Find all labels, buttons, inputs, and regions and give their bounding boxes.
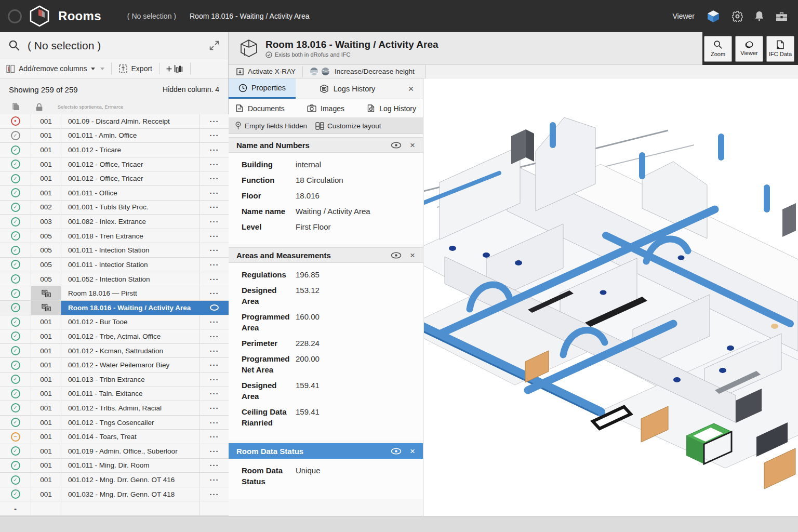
room-list-row[interactable]: ✓ 005 001.011 - Intection Station ··· [0, 243, 229, 258]
row-menu-icon[interactable]: ··· [210, 432, 219, 441]
row-menu-icon[interactable]: ··· [210, 475, 219, 484]
room-list-row[interactable]: ✓ 001 001.012 - Kcman, Sattrudation ··· [0, 344, 229, 358]
tab-documents[interactable]: Documents [235, 104, 285, 113]
room-list-row[interactable]: ✓ 002 001.001 - Tubls Bity Proc. ··· [0, 201, 229, 215]
tab-logs-history[interactable]: Logs History [296, 78, 399, 99]
apps-toolbox-icon[interactable] [776, 11, 788, 21]
row-menu-icon[interactable]: ··· [210, 117, 219, 126]
room-list-row[interactable]: ● 001 001.09 - Discard Almin. Recceipt ·… [0, 114, 229, 129]
app-logo-icon[interactable] [30, 5, 49, 27]
zoom-button[interactable]: Zoom [704, 36, 732, 62]
lock-icon[interactable] [35, 103, 43, 112]
close-panel-icon[interactable]: × [399, 78, 423, 99]
row-menu-icon[interactable]: ··· [210, 447, 219, 456]
room-list-row[interactable]: – 001 001.014 - Toars, Treat ··· [0, 430, 229, 444]
row-menu-icon[interactable]: ··· [210, 246, 219, 255]
row-menu-icon[interactable]: ··· [210, 174, 219, 183]
notifications-bell-icon[interactable] [754, 11, 764, 22]
row-menu-icon[interactable]: ··· [210, 203, 219, 211]
room-list-row[interactable]: ✓ 001 001.012 - Trlbs. Admin, Racial ··· [0, 401, 229, 416]
tab-log-history[interactable]: Log History [367, 104, 416, 113]
row-menu-icon[interactable]: ··· [210, 232, 219, 241]
row-menu-icon[interactable]: ··· [210, 347, 219, 355]
breadcrumb-room[interactable]: Room 18.016 - Waiting / Activity Area [190, 12, 310, 20]
selection-search-input[interactable]: ( No selection ) [28, 39, 101, 52]
settings-gear-icon[interactable] [732, 11, 743, 22]
add-button[interactable] [166, 66, 172, 72]
row-menu-icon[interactable]: ··· [210, 317, 219, 326]
room-list-row[interactable]: ✓ 001 001.012 - Bur Tooe ··· [0, 315, 229, 330]
row-menu-icon[interactable]: ··· [210, 404, 219, 413]
section-eye-icon[interactable] [391, 252, 402, 259]
room-list-row[interactable]: ✓ 005 001.011 - Intectior Station ··· [0, 258, 229, 272]
increase-decrease-height-button[interactable]: Increase/Decrease height [310, 67, 415, 76]
row-menu-icon[interactable]: ··· [210, 490, 219, 499]
room-list-row[interactable]: ✓ 001 001.011 - Tain. Exitance ··· [0, 387, 229, 402]
row-menu-icon[interactable]: ··· [210, 332, 219, 341]
section-eye-icon[interactable] [391, 142, 402, 149]
section-close-icon[interactable]: × [410, 447, 415, 456]
room-list-row[interactable]: - [0, 501, 229, 516]
room-list-row[interactable]: ✓ 001 001.013 - Tribn Extrance ··· [0, 373, 229, 387]
row-menu-icon[interactable]: ··· [210, 260, 219, 269]
search-icon[interactable] [8, 39, 20, 51]
model-3d-viewer[interactable] [424, 78, 798, 516]
room-list-row[interactable]: ✓ Room 18.016 - Waiting / Activity Area [0, 301, 229, 315]
chevron-down-icon[interactable] [100, 68, 104, 70]
room-list-row[interactable]: ✓ 001 001.011 - Office ··· [0, 186, 229, 201]
tab-properties[interactable]: Properties [229, 78, 296, 99]
add-remove-columns-button[interactable]: Add/remove columns [6, 64, 95, 73]
row-menu-icon[interactable]: ··· [210, 217, 219, 226]
room-list-row[interactable]: ✓ Room 18.016 — Pirstt ··· [0, 286, 229, 301]
row-menu-icon[interactable]: ··· [210, 160, 219, 169]
app-ring-icon[interactable] [8, 9, 22, 23]
ifc-data-button[interactable]: IFC Data [766, 36, 794, 62]
room-list-row[interactable]: ✓ 001 001.012 - Tngs Cosencailer ··· [0, 416, 229, 430]
empty-fields-hidden-toggle[interactable]: Empty fields Hidden [235, 122, 307, 130]
room-list-row[interactable]: ✓ 001 001.012 - Trbe, Actmai. Office ··· [0, 329, 229, 344]
section-close-icon[interactable]: × [410, 251, 415, 260]
row-menu-icon[interactable]: ··· [210, 131, 219, 140]
room-name: 001.052 - Intection Station [61, 272, 200, 286]
row-menu-icon[interactable]: ··· [210, 418, 219, 427]
tab-images[interactable]: Images [307, 104, 344, 113]
row-menu-icon[interactable]: ··· [210, 389, 219, 398]
room-list-row[interactable]: ✓ 001 001.012 - Water Peilemaror Biey ··… [0, 358, 229, 373]
expand-panel-icon[interactable] [209, 40, 220, 51]
row-menu-icon[interactable]: ··· [210, 275, 219, 284]
room-list-row[interactable]: ✓ 005 001.052 - Intection Station ··· [0, 272, 229, 287]
room-list-row[interactable]: ✓ 001 001.012 - Tricare ··· [0, 143, 229, 157]
property-field: Programmed Area 160.00 [242, 311, 418, 333]
row-menu-icon[interactable]: ··· [210, 189, 219, 197]
viewer-cube-icon[interactable] [706, 9, 721, 23]
customize-layout-button[interactable]: Customize layout [315, 122, 381, 130]
row-menu-icon[interactable]: ··· [210, 375, 219, 384]
export-button[interactable]: Export [118, 64, 152, 73]
row-menu-icon[interactable]: ··· [210, 461, 219, 470]
room-list-row[interactable]: ✓ 003 001.082 - Inlex. Extrance ··· [0, 215, 229, 229]
room-name: 001.032 - Mng. Drr. Genn. OT 418 [61, 487, 200, 501]
room-list-row[interactable]: ✓ 001 001.012 - Office, Tricaer ··· [0, 171, 229, 186]
room-list-row[interactable]: ✓ 001 001.011 - Amin. Office ··· [0, 129, 229, 143]
row-menu-icon[interactable]: ··· [210, 361, 219, 369]
room-list-row[interactable]: ✓ 001 001.019 - Admin. Office., Suberloo… [0, 444, 229, 459]
room-list-row[interactable]: ✓ 001 001.012 - Mng. Drr. Genn. OT 416 ·… [0, 473, 229, 487]
row-menu-icon[interactable]: ··· [210, 145, 219, 154]
room-code-cell: 003 [31, 215, 61, 229]
section-header[interactable]: Name and Numbers × [229, 137, 423, 153]
room-list-row[interactable]: ✓ 001 001.011 - Ming. Dir. Room ··· [0, 459, 229, 473]
visible-eye-icon[interactable] [210, 304, 219, 311]
row-menu-icon[interactable]: ··· [210, 289, 219, 298]
room-list-row[interactable]: ✓ 001 001.012 - Office, Tricaer ··· [0, 157, 229, 172]
pages-icon[interactable] [11, 102, 21, 112]
stats-chart-button[interactable] [174, 64, 183, 73]
room-list-row[interactable]: ✓ 001 001.032 - Mng. Drr. Genn. OT 418 ·… [0, 487, 229, 502]
section-header[interactable]: Room Data Status × [229, 443, 423, 459]
viewer-button[interactable]: Viewer [735, 36, 763, 62]
breadcrumb-no-selection[interactable]: ( No selection ) [127, 12, 176, 20]
section-eye-icon[interactable] [391, 448, 402, 455]
section-header[interactable]: Areas and Measurements × [229, 247, 423, 263]
room-list-row[interactable]: ✓ 005 001.018 - Tren Extrance ··· [0, 229, 229, 244]
section-close-icon[interactable]: × [410, 141, 415, 150]
activate-xray-button[interactable]: Activate X-RAY [236, 68, 296, 76]
